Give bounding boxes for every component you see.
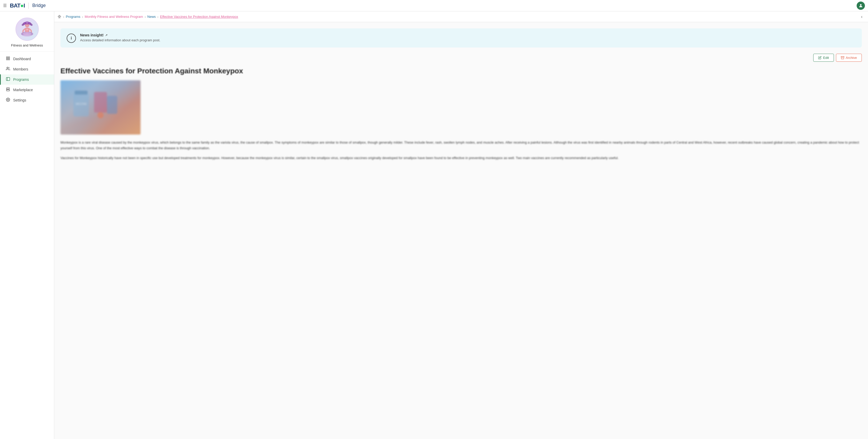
svg-point-27 [97,112,103,118]
dashboard-icon [6,56,10,61]
breadcrumb-current: Effective Vaccines for Protection Agains… [160,15,238,19]
app-name: Bridge [32,3,46,8]
svg-point-16 [7,67,8,68]
sidebar-item-dashboard[interactable]: Dashboard [0,54,54,64]
svg-rect-26 [94,92,107,113]
svg-rect-17 [6,77,9,81]
profile-name: Fitness and Wellness [11,43,43,47]
article-body: Monkeypox is a rare viral disease caused… [60,140,862,161]
programs-icon [6,77,10,82]
archive-label: Archive [846,56,857,60]
sidebar-nav: Dashboard Members Programs [0,52,54,439]
breadcrumb-bar: › Programs › Monthly Fitness and Wellnes… [54,11,868,22]
profile-section: Fitness and Wellness [0,11,54,52]
edit-button[interactable]: Edit [813,54,834,62]
main-content: i News insight! ↗ Access detailed inform… [54,22,868,439]
sidebar: ⊙ My Bridge Spaces [0,0,54,439]
svg-text:VACCINE: VACCINE [75,102,87,105]
archive-button[interactable]: Archive [836,54,862,62]
info-title: News insight! ↗ [80,33,160,37]
info-description: Access detailed information about each p… [80,38,160,42]
svg-rect-12 [6,57,8,58]
top-header: ☰ BAT●I Bridge [0,0,868,11]
action-bar: Edit Archive [60,54,862,62]
svg-rect-14 [6,59,8,60]
svg-rect-28 [107,96,117,114]
external-link-icon[interactable]: ↗ [105,34,107,37]
article-image: VACCINE [60,80,141,134]
article-para-1: Monkeypox is a rare viral disease caused… [60,140,862,151]
logo: BAT●I [10,2,25,9]
svg-point-10 [23,32,31,35]
breadcrumb-programs[interactable]: Programs [66,15,80,19]
breadcrumb-home[interactable] [57,15,61,19]
sidebar-item-members[interactable]: Members [0,64,54,74]
svg-rect-15 [8,59,9,60]
members-icon [6,67,10,72]
svg-rect-13 [8,57,9,58]
hamburger-icon[interactable]: ☰ [3,3,7,8]
info-icon: i [67,34,76,43]
edit-label: Edit [823,56,829,60]
svg-rect-21 [841,57,844,57]
svg-rect-19 [6,90,9,91]
settings-icon [6,98,10,103]
breadcrumb-program-name[interactable]: Monthly Fitness and Wellness Program [85,15,143,19]
sidebar-item-settings[interactable]: Settings [0,95,54,105]
svg-point-0 [860,4,862,6]
breadcrumb-news[interactable]: News [147,15,156,19]
article-para-2: Vaccines for Monkeypox historically have… [60,155,862,161]
user-avatar[interactable] [857,2,865,10]
info-banner: i News insight! ↗ Access detailed inform… [60,28,862,48]
svg-point-11 [26,29,28,30]
svg-rect-24 [75,91,88,95]
sidebar-item-programs[interactable]: Programs [0,74,54,85]
sidebar-item-marketplace[interactable]: Marketplace [0,85,54,95]
svg-point-20 [7,99,8,100]
article-title: Effective Vaccines for Protection Agains… [60,67,862,75]
logo-divider [28,3,29,9]
profile-avatar [16,18,39,41]
marketplace-icon [6,87,10,92]
breadcrumb-collapse-button[interactable]: ‹ [859,14,865,20]
